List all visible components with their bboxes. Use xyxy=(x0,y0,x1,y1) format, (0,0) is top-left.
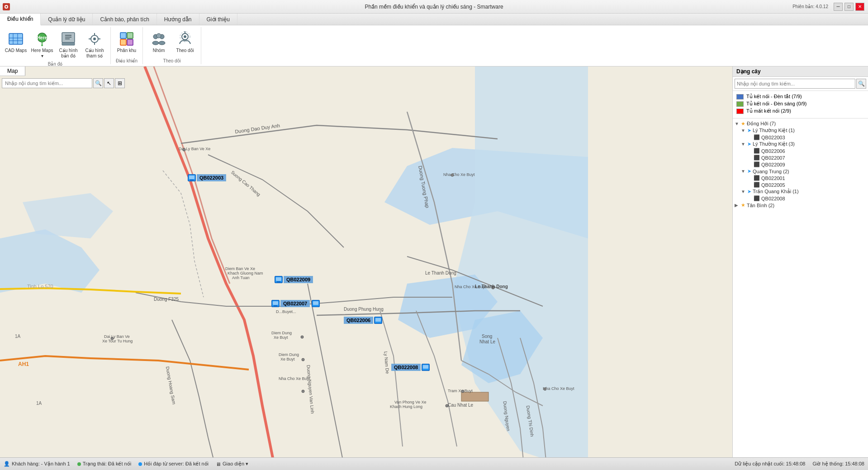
svg-text:Diem Dung: Diem Dung xyxy=(271,331,292,335)
right-panel: Dạng cây 🔍 Tủ kết nối - Đèn tắt (7/9) Tủ… xyxy=(732,66,868,457)
legend-item-2: Tủ mất kết nối (2/9) xyxy=(736,108,864,114)
cau-hinh-ban-do-icon xyxy=(60,31,76,47)
tree-node-QB022003[interactable]: ⬛ QB022003 xyxy=(747,134,866,141)
svg-rect-93 xyxy=(313,301,318,305)
right-panel-search: 🔍 xyxy=(733,77,868,91)
tree-node-QB022001[interactable]: ⬛ QB022001 xyxy=(747,175,866,181)
svg-text:Nha Cho Xe Buyt: Nha Cho Xe Buyt xyxy=(543,386,574,391)
tree-label-QB022008: QB022008 xyxy=(761,196,785,201)
tree-toggle-tqk: ▼ xyxy=(741,189,747,194)
tree-node-ly-thuong-kiet[interactable]: ▼ ➤ Lý Thường Kiệt (1) xyxy=(741,127,866,134)
status-dot-green xyxy=(77,462,81,466)
tree-node-tran-quang-khai[interactable]: ▼ ➤ Trần Quang Khải (1) xyxy=(741,188,866,195)
tree-node-tan-binh[interactable]: ▶ ★ Tân Bình (2) xyxy=(735,202,866,209)
tree-toggle-ly-kiet: ▼ xyxy=(741,128,747,133)
svg-rect-0 xyxy=(9,33,23,44)
marker-label-QB022006: QB022006 xyxy=(344,317,373,324)
svg-point-8 xyxy=(41,44,43,46)
nhom-button[interactable]: Nhóm xyxy=(147,29,171,55)
svg-point-27 xyxy=(152,41,159,45)
tree-arrow-icon-ly-kiet: ➤ xyxy=(747,128,751,133)
svg-rect-22 xyxy=(120,39,126,45)
cau-hinh-ban-do-button[interactable]: Cấu hình bản đồ xyxy=(56,29,81,61)
ribbon-content: CAD Maps Here Here Maps ▾ xyxy=(0,25,868,66)
tree-node-QB022008[interactable]: ⬛ QB022008 xyxy=(747,195,866,202)
tree-label-QB022005: QB022005 xyxy=(761,182,785,188)
right-search-button[interactable]: 🔍 xyxy=(856,79,866,89)
map-search-input[interactable] xyxy=(2,78,92,88)
map-search-button[interactable]: 🔍 xyxy=(93,78,103,88)
minimize-button[interactable]: ─ xyxy=(834,3,843,11)
tree-node-QB022009[interactable]: ⬛ QB022009 xyxy=(747,161,866,168)
marker-QB022009[interactable]: QB022009 xyxy=(275,276,313,283)
tab-quan-ly[interactable]: Quản lý dữ liệu xyxy=(41,14,93,25)
svg-point-28 xyxy=(159,41,165,45)
legend-item-1: Tủ kết nối - Đèn sáng (0/9) xyxy=(736,101,864,107)
maximize-button[interactable]: □ xyxy=(844,3,854,11)
svg-text:Khach Gluong Nam: Khach Gluong Nam xyxy=(228,271,263,275)
tree-node-QB022006[interactable]: ⬛ QB022006 xyxy=(747,147,866,154)
nhom-label: Nhóm xyxy=(153,48,165,53)
here-maps-label: Here Maps ▾ xyxy=(31,48,53,59)
tree-toggle-ly-kiet-3: ▼ xyxy=(741,142,747,147)
theo-doi-button[interactable]: Theo dõi xyxy=(173,29,197,55)
svg-point-53 xyxy=(183,148,185,151)
svg-point-67 xyxy=(302,390,304,393)
marker-QB022007[interactable]: QB022007 xyxy=(271,300,320,307)
right-search-input[interactable] xyxy=(735,79,855,89)
giao-dien-dropdown[interactable]: 🖥 Giao diện ▾ xyxy=(216,461,248,467)
svg-text:Here: Here xyxy=(37,35,47,40)
marker-label-QB022007: QB022007 xyxy=(280,300,310,307)
status-khach-hang: 👤 Khách hàng: - Vận hành 1 xyxy=(4,461,70,467)
svg-text:Nhat Le: Nhat Le xyxy=(479,339,495,344)
window-title: Phần mềm điều khiển và quản lý chiếu sán… xyxy=(365,4,503,10)
cad-maps-button[interactable]: CAD Maps xyxy=(4,29,28,55)
marker-QB022006[interactable]: QB022006 xyxy=(344,317,382,324)
legend-item-0: Tủ kết nối - Đèn tắt (7/9) xyxy=(736,94,864,100)
svg-rect-87 xyxy=(276,277,281,281)
here-maps-icon: Here xyxy=(34,31,50,47)
tab-dieu-khien[interactable]: Điều khiển xyxy=(0,14,41,25)
svg-text:Song: Song xyxy=(482,334,492,339)
legend-label-1: Tủ kết nối - Đèn sáng (0/9) xyxy=(746,101,807,107)
tree-node-QB022005[interactable]: ⬛ QB022005 xyxy=(747,181,866,188)
tree-label-ly-kiet-3: Lý Thường Kiệt (3) xyxy=(753,141,795,147)
device-icon-QB022005: ⬛ xyxy=(754,182,760,188)
tree-node-quang-trung[interactable]: ▼ ➤ Quang Trung (2) xyxy=(741,168,866,175)
svg-text:1A: 1A xyxy=(15,334,21,339)
marker-icon-QB022006 xyxy=(374,317,382,324)
marker-QB022003[interactable]: QB022003 xyxy=(188,174,226,181)
close-button[interactable]: ✕ xyxy=(855,3,864,11)
map-tab[interactable]: Map xyxy=(0,66,25,76)
svg-rect-97 xyxy=(423,365,428,369)
phan-khu-button[interactable]: Phân khu xyxy=(114,29,139,55)
map-tab-bar: Map xyxy=(0,66,25,76)
marker-QB022008[interactable]: QB022008 xyxy=(391,364,430,371)
tree-children-dong-hoi: ▼ ➤ Lý Thường Kiệt (1) ⬛ QB022003 ▼ ➤ Lý… xyxy=(735,127,866,202)
tab-canh-bao[interactable]: Cảnh báo, phân tích xyxy=(93,14,157,25)
svg-point-55 xyxy=(451,174,454,176)
cau-hinh-tham-so-button[interactable]: Cấu hình tham số xyxy=(82,29,107,61)
tree-node-dong-hoi[interactable]: ▼ ★ Đồng Hới (7) xyxy=(735,120,866,127)
marker-icon2-QB022007 xyxy=(312,300,320,307)
here-maps-button[interactable]: Here Here Maps ▾ xyxy=(30,29,54,61)
ribbon-group-dieu-khien: Phân khu Điều khiển xyxy=(111,27,143,64)
legend-color-0 xyxy=(736,94,744,100)
cad-maps-icon xyxy=(8,31,24,47)
map-cursor-button[interactable]: ↖ xyxy=(104,78,114,88)
ribbon-group-items-ban-do: CAD Maps Here Here Maps ▾ xyxy=(4,27,107,61)
map-layers-button[interactable]: ⊞ xyxy=(115,78,125,88)
svg-text:Nha Cho Xe Buyt: Nha Cho Xe Buyt xyxy=(279,376,310,381)
tree-node-ly-kiet-3[interactable]: ▼ ➤ Lý Thường Kiệt (3) xyxy=(741,141,866,147)
ribbon: Điều khiển Quản lý dữ liệu Cảnh báo, phâ… xyxy=(0,14,868,66)
tree-node-QB022007[interactable]: ⬛ QB022007 xyxy=(747,154,866,161)
svg-text:Cau Nhat Le: Cau Nhat Le xyxy=(448,403,474,408)
map-container[interactable]: Map 🔍 ↖ ⊞ xyxy=(0,66,732,457)
cau-hinh-tham-so-label: Cấu hình tham số xyxy=(83,48,106,59)
tree-toggle-quang-trung: ▼ xyxy=(741,169,747,174)
tab-gioi-thieu[interactable]: Giới thiệu xyxy=(199,14,237,25)
svg-text:Tinh Lo 570: Tinh Lo 570 xyxy=(27,284,53,289)
tab-huong-dan[interactable]: Hướng dẫn xyxy=(157,14,199,25)
map-search-bar: 🔍 ↖ ⊞ xyxy=(2,78,125,88)
theo-doi-icon xyxy=(177,31,193,47)
